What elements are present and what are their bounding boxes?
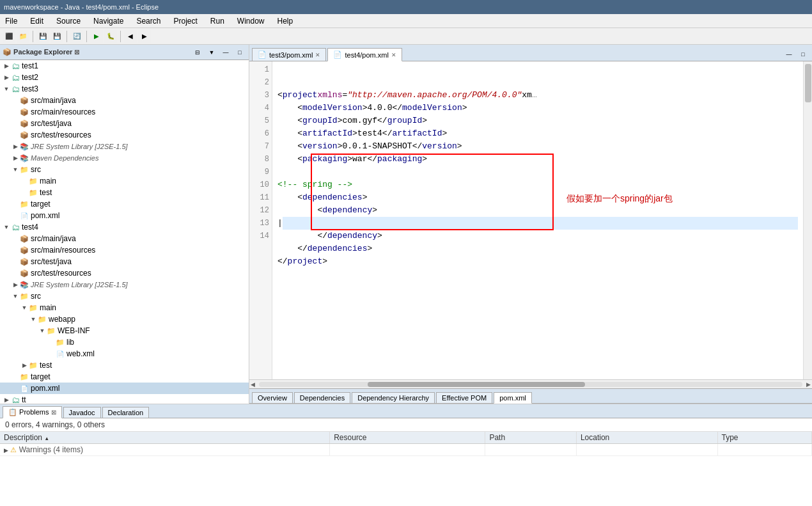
tree-item-test3-src-main-java[interactable]: 📦src/main/java [0,95,249,106]
toolbar-open[interactable]: 📁 [17,30,29,43]
toolbar-save[interactable]: 💾 [36,30,49,43]
tree-arrow[interactable]: ▶ [12,281,19,288]
tab-test4-pom[interactable]: 📄 test4/pom.xml ✕ [327,48,402,61]
tree-item-test3-src-main[interactable]: 📁main [0,175,249,187]
tree-item-test4-pom[interactable]: 📄pom.xml [0,383,249,394]
tree-item-test4-webapp[interactable]: ▼📁webapp [0,313,249,325]
tree-item-test4-webxml[interactable]: 📄web.xml [0,348,249,360]
tree-item-test4-src-test-res[interactable]: 📦src/test/resources [0,267,249,279]
menu-run[interactable]: Run [208,16,227,26]
menu-project[interactable]: Project [171,16,199,26]
tree-item-test3-src-test[interactable]: 📁test [0,187,249,198]
tree-item-test4-target[interactable]: 📁target [0,371,249,383]
toolbar-debug[interactable]: 🐛 [104,30,117,43]
code-content[interactable]: <project xmlns="http://maven.apache.org/… [272,61,803,379]
tree-item-test4-src-main-java[interactable]: 📦src/main/java [0,233,249,244]
pom-tab-effective[interactable]: Effective POM [436,392,492,403]
tree-item-test3-pom[interactable]: 📄pom.xml [0,210,249,221]
tree-arrow[interactable]: ▼ [3,86,10,92]
sidebar-max[interactable]: □ [233,46,246,59]
scrollbar-track[interactable] [259,382,802,387]
tree-item-test4-jre[interactable]: ▶📚JRE System Library [J2SE-1.5] [0,279,249,290]
pom-tab-dependencies[interactable]: Dependencies [294,392,350,403]
tab-test3-pom[interactable]: 📄 test3/pom.xml ✕ [252,48,326,61]
col-type[interactable]: Type [717,432,812,444]
tree-icon-folder: 📁 [28,187,38,198]
menu-search[interactable]: Search [134,16,163,26]
tree-item-test3-jre[interactable]: ▶📚JRE System Library [J2SE-1.5] [0,141,249,152]
table-row[interactable]: ▶ ⚠ Warnings (4 items) [0,444,812,456]
menu-help[interactable]: Help [275,16,296,26]
tree-item-tt[interactable]: ▶🗂tt [0,394,249,404]
editor-vscroll[interactable] [803,61,812,379]
tree-item-test3-target[interactable]: 📁target [0,198,249,210]
sidebar-min[interactable]: — [219,46,232,59]
code-line-4: <artifactId>test4</artifactId> [277,127,798,140]
tab-problems[interactable]: 📋 Problems ⊠ [3,406,62,418]
vscroll-thumb[interactable] [805,64,811,102]
pom-tab-overview[interactable]: Overview [252,392,293,403]
toolbar-back[interactable]: ◀ [124,30,137,43]
tree-item-test3-src-main-res[interactable]: 📦src/main/resources [0,106,249,118]
scroll-right[interactable]: ▶ [805,381,812,388]
toolbar-save-all[interactable]: 💾 [51,30,63,43]
tree-item-test4-src-test-java[interactable]: 📦src/test/java [0,256,249,267]
toolbar-run[interactable]: ▶ [90,30,103,43]
tree-label: main [40,303,56,312]
toolbar-refresh[interactable]: 🔄 [70,30,83,43]
tab-declaration[interactable]: Declaration [102,407,150,418]
sidebar-menu[interactable]: ▼ [205,46,218,59]
tab-javadoc[interactable]: Javadoc [63,407,101,418]
menu-file[interactable]: File [3,16,20,26]
tree-item-test3-src-test-res[interactable]: 📦src/test/resources [0,129,249,141]
tab-test3-pom-close[interactable]: ✕ [315,52,320,58]
tree-item-test4-src-main[interactable]: ▼📁main [0,302,249,313]
col-resource[interactable]: Resource [330,432,485,444]
tree-item-test4[interactable]: ▼🗂test4 [0,221,249,233]
tree-arrow[interactable]: ▼ [38,328,46,334]
toolbar-forward[interactable]: ▶ [138,30,151,43]
tree-arrow[interactable]: ▶ [12,143,19,150]
tree-arrow[interactable]: ▼ [3,224,10,230]
tree-label: pom.xml [31,211,59,220]
menu-edit[interactable]: Edit [27,16,46,26]
tree-item-test4-test[interactable]: ▶📁test [0,360,249,371]
tree-item-test4-webinf[interactable]: ▼📁WEB-INF [0,325,249,336]
toolbar-new[interactable]: ⬛ [3,30,15,43]
tree-arrow[interactable]: ▼ [20,304,28,311]
menu-window[interactable]: Window [235,16,267,26]
editor-min[interactable]: — [783,48,795,61]
scrollbar-thumb[interactable] [368,382,585,387]
tree-arrow[interactable]: ▼ [12,293,19,299]
tree-arrow[interactable]: ▶ [12,155,19,161]
menu-navigate[interactable]: Navigate [91,16,126,26]
tree-item-test1[interactable]: ▶🗂test1 [0,60,249,72]
scroll-left[interactable]: ◀ [249,381,256,388]
menu-source[interactable]: Source [54,16,83,26]
tab-test4-pom-close[interactable]: ✕ [391,52,396,58]
pom-tab-pomxml[interactable]: pom.xml [494,392,532,404]
col-path[interactable]: Path [485,432,576,444]
tree-arrow[interactable]: ▼ [29,316,37,322]
tree-item-test4-src-main-res[interactable]: 📦src/main/resources [0,244,249,256]
sidebar-collapse[interactable]: ⊟ [191,46,204,59]
col-location[interactable]: Location [576,432,717,444]
editor-scrollbar[interactable]: ◀ ▶ [249,379,812,388]
tree-item-test2[interactable]: ▶🗂test2 [0,72,249,83]
tree-arrow[interactable]: ▶ [3,74,10,81]
editor-max[interactable]: □ [797,48,809,61]
tree-arrow[interactable]: ▼ [12,166,19,173]
tree-arrow[interactable]: ▶ [3,63,10,69]
tree-item-test3-maven[interactable]: ▶📚Maven Dependencies [0,152,249,164]
col-description[interactable]: Description ▲ [0,432,330,444]
tree-item-test3-src[interactable]: ▼📁src [0,164,249,175]
tab-test4-pom-label: test4/pom.xml [345,51,388,59]
tree-arrow[interactable]: ▶ [20,362,28,368]
tree-item-test3[interactable]: ▼🗂test3 [0,83,249,95]
tree-item-test4-lib[interactable]: 📁lib [0,336,249,348]
code-editor[interactable]: 1234567891011121314 <project xmlns="http… [249,61,812,379]
tree-arrow[interactable]: ▶ [3,397,10,403]
tree-item-test4-src[interactable]: ▼📁src [0,290,249,302]
pom-tab-dep-hierarchy[interactable]: Dependency Hierarchy [352,392,435,403]
tree-item-test3-src-test-java[interactable]: 📦src/test/java [0,118,249,129]
